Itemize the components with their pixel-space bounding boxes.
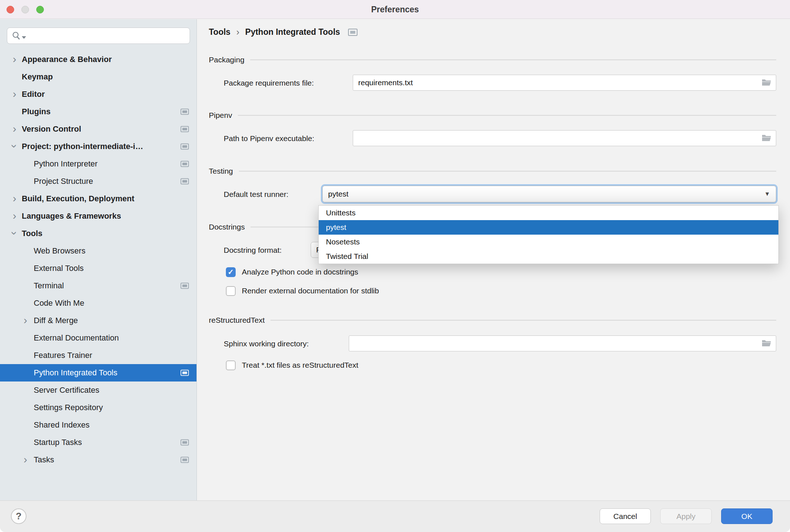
render-stdlib-docs-label: Render external documentation for stdlib (242, 286, 379, 295)
pipenv-path-field (353, 130, 776, 146)
sidebar-item-label: Settings Repository (34, 403, 103, 412)
sidebar-item-label: Code With Me (34, 298, 84, 308)
search-filter-caret-icon[interactable] (22, 36, 26, 39)
checkmark-icon: ✓ (228, 268, 234, 276)
chevron-right-icon[interactable]: › (21, 455, 30, 464)
sidebar-item-label: Project Structure (34, 177, 93, 186)
analyze-docstrings-row: ✓ Analyze Python code in docstrings (226, 267, 358, 277)
titlebar: Preferences (0, 0, 790, 19)
analyze-docstrings-checkbox[interactable]: ✓ (226, 267, 236, 277)
dropdown-option-nosetests[interactable]: Nosetests (319, 235, 778, 249)
sidebar-item-version-control[interactable]: › Version Control (0, 120, 197, 138)
chevron-down-icon[interactable]: › (10, 141, 19, 151)
chevron-down-icon[interactable]: › (10, 228, 19, 238)
browse-folder-icon[interactable] (761, 338, 772, 349)
question-mark-icon: ? (16, 511, 22, 522)
dropdown-option-twisted-trial[interactable]: Twisted Trial (319, 249, 778, 264)
sphinx-directory-input[interactable] (349, 336, 776, 351)
window-icon (181, 161, 189, 167)
sidebar-item-diff-merge[interactable]: › Diff & Merge (0, 312, 197, 329)
window-icon (181, 440, 189, 446)
breadcrumb-tools[interactable]: Tools (209, 27, 231, 37)
requirements-file-input[interactable] (353, 75, 776, 90)
dropdown-option-unittests[interactable]: Unittests (319, 206, 778, 220)
sidebar-item-python-interpreter[interactable]: Python Interpreter (0, 155, 197, 173)
sidebar-item-web-browsers[interactable]: Web Browsers (0, 242, 197, 260)
sidebar-item-build-execution-deployment[interactable]: › Build, Execution, Deployment (0, 190, 197, 207)
sidebar-item-label: Python Integrated Tools (34, 368, 117, 378)
browse-folder-icon[interactable] (761, 133, 772, 143)
ok-button[interactable]: OK (721, 508, 773, 524)
sidebar-item-tools[interactable]: › Tools (0, 225, 197, 242)
sidebar-item-project[interactable]: › Project: python-intermediate-i… (0, 138, 197, 155)
window-icon (181, 109, 189, 115)
settings-tree: › Appearance & Behavior Keymap › Editor … (0, 51, 197, 469)
sidebar-item-external-documentation[interactable]: External Documentation (0, 329, 197, 347)
chevron-right-icon[interactable]: › (10, 194, 19, 203)
sidebar-item-languages-frameworks[interactable]: › Languages & Frameworks (0, 207, 197, 225)
combobox-arrow-icon[interactable]: ▼ (764, 191, 770, 197)
sidebar-item-label: Build, Execution, Deployment (22, 194, 134, 203)
chevron-right-icon[interactable]: › (10, 124, 19, 133)
sidebar-item-label: Tools (22, 229, 42, 238)
requirements-file-label: Package requirements file: (224, 79, 314, 87)
settings-sidebar: › Appearance & Behavior Keymap › Editor … (0, 19, 197, 500)
dialog-footer: ? Cancel Apply OK (0, 500, 790, 532)
packaging-section-header: Packaging (209, 54, 776, 65)
sidebar-item-terminal[interactable]: Terminal (0, 277, 197, 294)
window-icon (181, 370, 189, 376)
sidebar-item-label: Terminal (34, 281, 64, 290)
sidebar-item-editor[interactable]: › Editor (0, 86, 197, 103)
window-title: Preferences (0, 0, 790, 19)
chevron-right-icon[interactable]: › (10, 89, 19, 99)
treat-txt-as-rst-checkbox[interactable] (226, 360, 236, 370)
section-divider (239, 171, 776, 172)
preferences-window: Preferences › Appearance & Behavior Keym… (0, 0, 790, 532)
section-divider (250, 59, 776, 60)
testing-section-header: Testing (209, 166, 776, 177)
treat-txt-as-rst-row: Treat *.txt files as reStructuredText (226, 360, 358, 370)
help-button[interactable]: ? (11, 508, 26, 524)
sidebar-item-plugins[interactable]: Plugins (0, 103, 197, 120)
sidebar-item-server-certificates[interactable]: Server Certificates (0, 382, 197, 399)
chevron-right-icon[interactable]: › (21, 316, 30, 325)
analyze-docstrings-label: Analyze Python code in docstrings (242, 268, 358, 276)
sidebar-item-tasks[interactable]: › Tasks (0, 451, 197, 469)
restructuredtext-section-title: reStructuredText (209, 316, 265, 325)
sidebar-item-shared-indexes[interactable]: Shared Indexes (0, 416, 197, 434)
sidebar-item-code-with-me[interactable]: Code With Me (0, 294, 197, 312)
window-icon (181, 178, 189, 185)
section-divider (238, 115, 776, 116)
sidebar-item-external-tools[interactable]: External Tools (0, 260, 197, 277)
sidebar-item-appearance-behavior[interactable]: › Appearance & Behavior (0, 51, 197, 68)
dropdown-option-pytest[interactable]: pytest (319, 220, 778, 235)
sidebar-item-features-trainer[interactable]: Features Trainer (0, 347, 197, 364)
sidebar-item-label: Plugins (22, 107, 50, 116)
chevron-right-icon[interactable]: › (10, 211, 19, 220)
sidebar-item-keymap[interactable]: Keymap (0, 68, 197, 86)
apply-button[interactable]: Apply (660, 508, 712, 524)
default-test-runner-label: Default test runner: (224, 190, 289, 199)
window-icon (181, 126, 189, 132)
cancel-button[interactable]: Cancel (600, 508, 651, 524)
breadcrumb-separator-icon: › (236, 26, 240, 38)
docstring-format-label: Docstring format: (224, 246, 282, 255)
render-stdlib-docs-row: Render external documentation for stdlib (226, 286, 379, 296)
browse-folder-icon[interactable] (761, 78, 772, 88)
requirements-file-field (353, 75, 776, 91)
sidebar-item-label: Shared Indexes (34, 420, 90, 430)
settings-search-box[interactable] (7, 28, 190, 44)
sidebar-item-label: External Tools (34, 264, 84, 273)
render-stdlib-docs-checkbox[interactable] (226, 286, 236, 296)
sidebar-item-python-integrated-tools[interactable]: Python Integrated Tools (0, 364, 197, 382)
sidebar-item-label: Tasks (34, 455, 54, 465)
default-test-runner-combobox[interactable]: pytest ▼ (322, 186, 776, 202)
pipenv-path-input[interactable] (353, 131, 776, 146)
sidebar-item-project-structure[interactable]: Project Structure (0, 173, 197, 190)
chevron-right-icon[interactable]: › (10, 54, 19, 64)
combobox-value: pytest (328, 190, 348, 198)
search-input[interactable] (28, 28, 190, 44)
sidebar-item-settings-repository[interactable]: Settings Repository (0, 399, 197, 416)
breadcrumb-python-integrated-tools: Python Integrated Tools (245, 27, 340, 37)
sidebar-item-startup-tasks[interactable]: Startup Tasks (0, 434, 197, 451)
